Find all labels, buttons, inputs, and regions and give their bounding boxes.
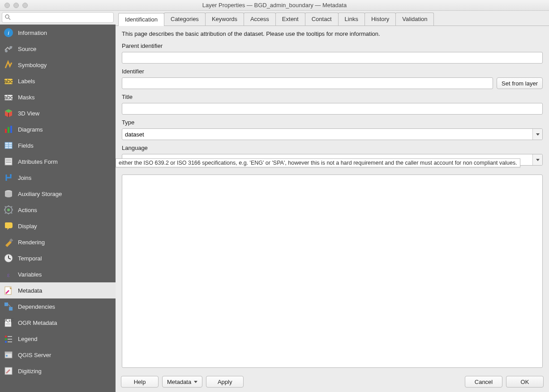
sidebar-item-display[interactable]: Display xyxy=(0,218,116,234)
sidebar-item-legend[interactable]: Legend xyxy=(0,331,116,347)
digitizing-icon xyxy=(4,366,13,376)
ok-button[interactable]: OK xyxy=(506,376,544,388)
metadata-tabbar: IdentificationCategoriesKeywordsAccessEx… xyxy=(116,11,549,26)
temporal-icon xyxy=(4,253,13,263)
sidebar-item-label: Symbology xyxy=(18,62,47,68)
window-controls[interactable] xyxy=(0,3,28,8)
tab-contact[interactable]: Contact xyxy=(305,13,339,26)
cancel-button[interactable]: Cancel xyxy=(465,376,502,388)
sidebar-item-label: Joins xyxy=(18,175,31,181)
svg-rect-38 xyxy=(5,338,7,340)
ogr-icon: OGR xyxy=(4,318,13,328)
cube-icon xyxy=(4,108,13,118)
sidebar-item-ogr-metadata[interactable]: OGROGR Metadata xyxy=(0,315,116,331)
sidebar-item-label: Metadata xyxy=(18,287,42,294)
window-minimize-icon[interactable] xyxy=(13,3,19,8)
parent-identifier-input[interactable] xyxy=(122,52,543,64)
svg-point-5 xyxy=(9,46,12,49)
sidebar-item-label: Fields xyxy=(18,142,34,149)
abstract-textarea[interactable] xyxy=(122,175,543,368)
sidebar-item-information[interactable]: iInformation xyxy=(0,25,116,41)
server-icon xyxy=(4,350,13,360)
title-label: Title xyxy=(122,94,543,100)
tab-keywords[interactable]: Keywords xyxy=(205,13,244,26)
svg-point-23 xyxy=(7,209,10,211)
identifier-input[interactable] xyxy=(122,77,493,89)
sidebar-item-variables[interactable]: εVariables xyxy=(0,266,116,282)
dependencies-icon xyxy=(4,302,13,311)
variables-icon: ε xyxy=(4,269,13,279)
sidebar-item-label: Source xyxy=(18,46,36,52)
display-icon xyxy=(4,221,13,231)
help-button[interactable]: Help xyxy=(121,376,159,388)
sidebar-item-auxiliary-storage[interactable]: Auxiliary Storage xyxy=(0,186,116,202)
metadata-menu-button[interactable]: Metadata xyxy=(162,376,202,388)
svg-rect-44 xyxy=(5,352,12,354)
legend-icon xyxy=(4,334,13,344)
svg-rect-12 xyxy=(10,126,12,133)
sidebar-item-label: Dependencies xyxy=(18,303,55,310)
language-label: Language xyxy=(122,145,543,151)
source-icon xyxy=(4,44,13,54)
sidebar-item-dependencies[interactable]: Dependencies xyxy=(0,298,116,315)
window-titlebar: Layer Properties — BGD_admin_boundary — … xyxy=(0,0,549,11)
set-from-layer-button[interactable]: Set from layer xyxy=(497,77,543,89)
sidebar-item-fields[interactable]: Fields xyxy=(0,137,116,153)
metadata-icon xyxy=(4,285,13,295)
window-zoom-icon[interactable] xyxy=(22,3,28,8)
tab-identification[interactable]: Identification xyxy=(118,13,164,26)
diagrams-icon xyxy=(4,124,13,134)
tab-extent[interactable]: Extent xyxy=(275,13,305,26)
svg-point-0 xyxy=(5,15,9,18)
sidebar-item-source[interactable]: Source xyxy=(0,41,116,57)
svg-line-32 xyxy=(8,304,11,307)
sidebar-item-digitizing[interactable]: Digitizing xyxy=(0,363,116,379)
svg-text:abc: abc xyxy=(4,94,13,101)
tab-history[interactable]: History xyxy=(365,13,396,26)
sidebar-search-input[interactable] xyxy=(2,12,114,23)
svg-point-20 xyxy=(10,174,12,176)
window-title: Layer Properties — BGD_admin_boundary — … xyxy=(0,2,549,9)
sidebar-item-label: Legend xyxy=(18,336,37,342)
svg-point-45 xyxy=(6,355,8,357)
rendering-icon xyxy=(4,237,13,247)
chevron-down-icon[interactable] xyxy=(532,154,542,165)
tab-links[interactable]: Links xyxy=(338,13,365,26)
attrform-icon xyxy=(4,157,13,166)
svg-point-4 xyxy=(5,50,8,52)
sidebar-item-actions[interactable]: Actions xyxy=(0,202,116,218)
sidebar-search-wrap xyxy=(0,11,116,25)
sidebar-item-diagrams[interactable]: Diagrams xyxy=(0,121,116,137)
title-input[interactable] xyxy=(122,103,543,115)
form-description: This page describes the basic attributio… xyxy=(122,30,543,37)
chevron-down-icon[interactable] xyxy=(532,129,542,140)
sidebar-item-metadata[interactable]: Metadata xyxy=(0,282,116,298)
sidebar-item-3d-view[interactable]: 3D View xyxy=(0,105,116,121)
svg-rect-37 xyxy=(5,336,7,337)
sidebar-item-label: 3D View xyxy=(18,110,39,117)
joins-icon xyxy=(4,173,13,183)
aux-icon xyxy=(4,189,13,199)
sidebar-item-attributes-form[interactable]: Attributes Form xyxy=(0,153,116,170)
actions-icon xyxy=(4,205,13,215)
sidebar-item-qgis-server[interactable]: QGIS Server xyxy=(0,347,116,363)
sidebar-item-temporal[interactable]: Temporal xyxy=(0,250,116,266)
tab-validation[interactable]: Validation xyxy=(395,13,434,26)
type-combo-input[interactable] xyxy=(122,128,543,140)
sidebar-item-rendering[interactable]: Rendering xyxy=(0,234,116,250)
tab-access[interactable]: Access xyxy=(244,13,276,26)
sidebar-item-joins[interactable]: Joins xyxy=(0,170,116,186)
parent-identifier-label: Parent identifier xyxy=(122,43,543,49)
sidebar-item-symbology[interactable]: Symbology xyxy=(0,57,116,73)
fields-icon xyxy=(4,141,13,150)
tab-categories[interactable]: Categories xyxy=(164,13,206,26)
sidebar-item-label: Labels xyxy=(18,78,35,85)
window-close-icon[interactable] xyxy=(4,3,10,8)
sidebar-item-labels[interactable]: abcLabels xyxy=(0,73,116,89)
search-icon xyxy=(4,14,11,20)
type-label: Type xyxy=(122,119,543,126)
sidebar-item-label: Auxiliary Storage xyxy=(18,191,62,197)
sidebar-item-masks[interactable]: abcMasks xyxy=(0,89,116,105)
apply-button[interactable]: Apply xyxy=(206,376,244,388)
type-combo[interactable] xyxy=(122,128,543,140)
